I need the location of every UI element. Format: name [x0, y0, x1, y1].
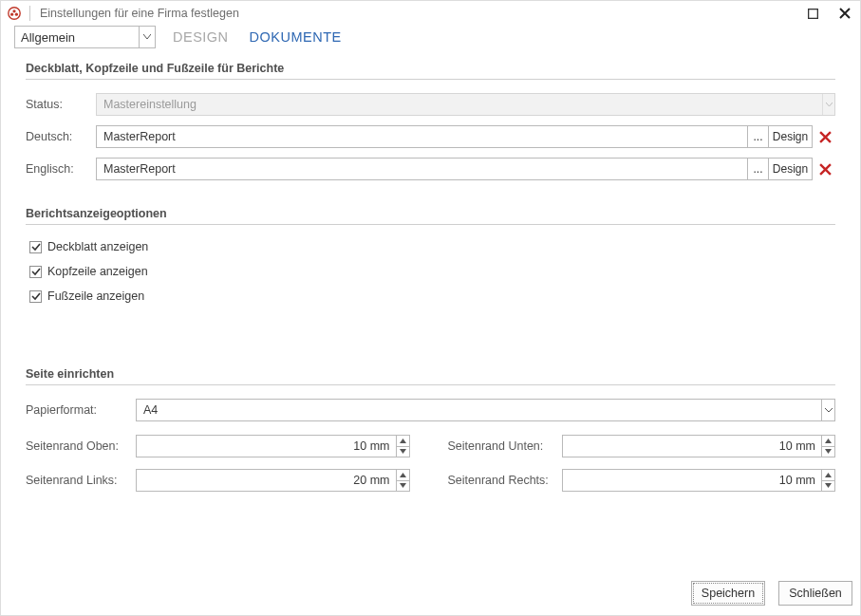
status-label: Status: — [26, 98, 96, 111]
english-row: MasterReport ... Design — [96, 158, 835, 180]
tab-design[interactable]: DESIGN — [173, 29, 229, 45]
check-icon — [29, 241, 42, 253]
status-value: Mastereinstellung — [97, 94, 822, 115]
scope-dropdown[interactable]: Allgemein — [14, 26, 156, 48]
english-browse-button[interactable]: ... — [748, 158, 769, 180]
check-icon — [29, 290, 42, 303]
german-input-value: MasterReport — [103, 130, 176, 143]
spin-down-icon[interactable] — [397, 446, 409, 457]
titlebar: Einstellungen für eine Firma festlegen — [1, 1, 860, 26]
spin-down-icon[interactable] — [397, 480, 409, 492]
english-design-button[interactable]: Design — [769, 158, 813, 180]
margin-left-stepper[interactable]: 20 mm — [136, 469, 410, 492]
margin-bottom-value: 10 mm — [563, 436, 822, 457]
english-input[interactable]: MasterReport — [96, 158, 748, 180]
window-title: Einstellungen für eine Firma festlegen — [40, 7, 239, 20]
svg-point-0 — [9, 8, 20, 19]
save-button[interactable]: Speichern — [691, 581, 765, 606]
checkbox-label: Kopfzeile anzeigen — [47, 265, 148, 278]
svg-point-3 — [12, 9, 15, 12]
maximize-button[interactable] — [803, 4, 822, 23]
chevron-down-icon — [822, 94, 834, 115]
paper-format-value: A4 — [137, 400, 821, 420]
margin-top-label: Seitenrand Oben: — [26, 439, 136, 453]
margin-right-label: Seitenrand Rechts: — [448, 474, 562, 487]
close-button[interactable] — [835, 4, 854, 23]
checkbox-show-header[interactable]: Kopfzeile anzeigen — [29, 265, 835, 278]
spin-up-icon[interactable] — [397, 436, 409, 446]
cover-form: Status: Mastereinstellung Deutsch: Maste… — [26, 93, 835, 180]
english-delete-button[interactable] — [814, 158, 835, 180]
spin-up-icon[interactable] — [397, 470, 409, 480]
german-delete-button[interactable] — [814, 125, 835, 148]
close-dialog-button[interactable]: Schließen — [778, 581, 852, 606]
chevron-down-icon — [140, 27, 155, 47]
checkbox-show-cover[interactable]: Deckblatt anzeigen — [29, 240, 835, 253]
display-options: Deckblatt anzeigen Kopfzeile anzeigen Fu… — [26, 240, 835, 303]
title-separator — [29, 6, 30, 21]
svg-rect-4 — [808, 9, 817, 18]
margin-right-value: 10 mm — [563, 470, 822, 491]
margin-top-stepper[interactable]: 10 mm — [136, 435, 410, 457]
paper-label: Papierformat: — [26, 403, 136, 417]
section-cover-heading: Deckblatt, Kopfzeile und Fußzeile für Be… — [26, 62, 835, 80]
margin-bottom-label: Seitenrand Unten: — [448, 439, 562, 453]
toolbar: Allgemein DESIGN DOKUMENTE — [1, 26, 860, 54]
spin-down-icon[interactable] — [822, 480, 834, 492]
margin-top-value: 10 mm — [137, 436, 396, 457]
spin-up-icon[interactable] — [822, 436, 834, 446]
app-icon — [7, 6, 22, 21]
scope-dropdown-value: Allgemein — [15, 27, 140, 47]
spin-down-icon[interactable] — [822, 446, 834, 457]
german-row: MasterReport ... Design — [96, 125, 835, 148]
english-label: Englisch: — [26, 162, 96, 176]
section-page-heading: Seite einrichten — [26, 367, 835, 385]
checkbox-show-footer[interactable]: Fußzeile anzeigen — [29, 289, 835, 303]
paper-format-dropdown[interactable]: A4 — [136, 399, 835, 421]
german-design-button[interactable]: Design — [769, 125, 813, 148]
status-dropdown: Mastereinstellung — [96, 93, 835, 116]
checkbox-label: Deckblatt anzeigen — [47, 240, 148, 253]
margin-left-value: 20 mm — [137, 470, 396, 491]
german-label: Deutsch: — [26, 130, 96, 143]
checkbox-label: Fußzeile anzeigen — [47, 289, 144, 303]
german-browse-button[interactable]: ... — [748, 125, 769, 148]
margin-right-stepper[interactable]: 10 mm — [562, 469, 836, 492]
tab-documents[interactable]: DOKUMENTE — [250, 29, 342, 45]
page-setup: Papierformat: A4 Seitenrand Oben: 10 mm … — [26, 399, 835, 492]
spin-up-icon[interactable] — [822, 470, 834, 480]
svg-point-1 — [10, 13, 13, 16]
content-area: Deckblatt, Kopfzeile und Fußzeile für Be… — [1, 54, 860, 492]
english-input-value: MasterReport — [103, 162, 176, 176]
check-icon — [29, 266, 42, 278]
margin-bottom-stepper[interactable]: 10 mm — [562, 435, 836, 457]
margin-left-label: Seitenrand Links: — [26, 474, 136, 487]
section-display-heading: Berichtsanzeigeoptionen — [26, 207, 835, 225]
chevron-down-icon — [821, 400, 834, 420]
svg-point-2 — [15, 13, 18, 16]
footer: Speichern Schließen — [1, 571, 860, 615]
german-input[interactable]: MasterReport — [96, 125, 748, 148]
tabs: DESIGN DOKUMENTE — [173, 29, 342, 45]
